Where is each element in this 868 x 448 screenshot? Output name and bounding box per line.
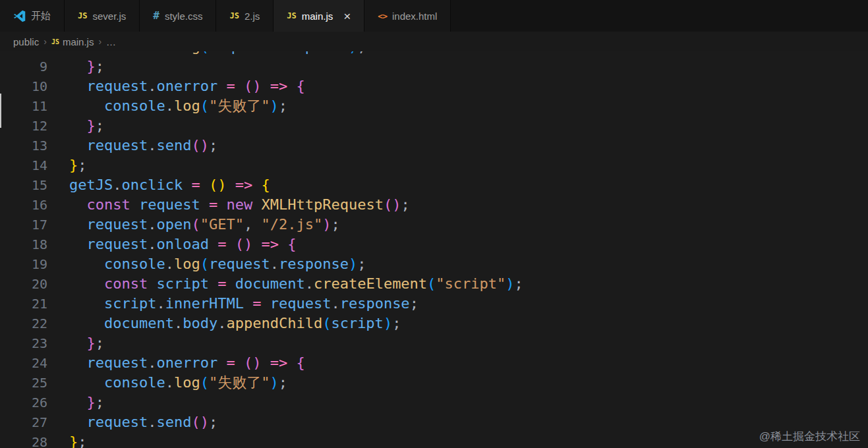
tab-2.js[interactable]: JS2.js [216,0,274,32]
code-token: send [156,414,191,430]
code-token [69,394,87,410]
tab-index.html[interactable]: <>index.html [364,0,451,32]
code-token: ) [252,78,261,94]
code-token: ) [322,216,331,233]
tab-bar: 开始JSsever.js#style.cssJS2.jsJSmain.js×<>… [0,0,868,32]
code-token: => [270,78,288,94]
close-tab-icon[interactable]: × [343,10,351,22]
code-line[interactable]: 18 request.onload = () => { [0,235,868,254]
html-icon: <> [378,12,387,20]
code-line[interactable]: 17 request.open("GET", "/2.js"); [0,215,868,235]
code-token: ; [357,256,366,272]
line-number[interactable]: 12 [0,116,47,136]
code-token: ; [209,137,217,154]
code-token: = [226,354,235,371]
code-token: response [340,295,410,312]
code-token: . [148,137,156,154]
line-number[interactable]: 28 [0,432,47,448]
code-line[interactable]: 25 console.log("失败了"); [0,373,868,393]
code-token: . [165,51,174,55]
code-text: }; [69,393,104,412]
line-number[interactable]: 24 [0,353,47,373]
code-token [69,256,104,272]
code-line[interactable]: 9 }; [0,57,868,76]
line-number[interactable]: 9 [0,57,47,76]
code-token: ) [349,51,357,55]
code-line[interactable]: 15getJS.onclick = () => { [0,175,868,195]
code-line[interactable]: 23 }; [0,333,868,353]
code-token [226,275,235,292]
line-number[interactable]: 11 [0,96,47,116]
tab-main.js[interactable]: JSmain.js× [274,0,364,32]
line-number[interactable]: 14 [0,155,47,175]
line-number[interactable]: 19 [0,254,47,274]
code-token: } [87,394,96,410]
code-token [69,335,87,351]
code-token: appendChild [226,315,322,331]
line-number[interactable]: 20 [0,274,47,294]
code-token: log [174,98,200,114]
code-token [252,216,261,233]
code-line[interactable]: 13 request.send(); [0,136,868,155]
code-line[interactable]: 22 document.body.appendChild(script); [0,314,868,333]
tab-style.css[interactable]: #style.css [140,0,216,32]
line-number[interactable]: 27 [0,412,47,432]
code-token [261,295,270,312]
tab-label: style.css [165,11,203,22]
code-line[interactable]: 12 }; [0,116,868,136]
code-token [261,78,270,94]
code-token: new [226,196,252,213]
line-number[interactable]: 21 [0,294,47,314]
code-token: request [87,354,148,371]
code-line[interactable]: 20 const script = document.createElement… [0,274,868,294]
code-line[interactable]: 10 request.onerror = () => { [0,76,868,96]
code-line[interactable]: 28}; [0,432,868,448]
line-number[interactable]: 8 [0,51,47,57]
breadcrumb-label: public [13,36,39,47]
line-number[interactable]: 23 [0,333,47,353]
code-token: XMLHttpRequest [261,196,383,213]
tab-开始[interactable]: 开始 [0,0,65,32]
code-token: console [104,51,165,55]
code-line[interactable]: 27 request.send(); [0,412,868,432]
code-token: } [87,117,96,134]
code-line[interactable]: 14}; [0,155,868,175]
code-token: document [235,275,305,292]
code-token: = [191,177,200,193]
code-line[interactable]: 24 request.onerror = () => { [0,353,868,373]
code-token: ) [392,196,401,213]
line-number[interactable]: 15 [0,175,47,195]
code-token: "GET" [200,216,244,233]
code-token: . [270,51,279,55]
code-token: ) [200,414,209,430]
line-number[interactable]: 16 [0,195,47,215]
code-token [148,275,156,292]
line-number[interactable]: 10 [0,76,47,96]
line-number[interactable]: 22 [0,314,47,333]
line-number[interactable]: 18 [0,235,47,254]
breadcrumb-item-…[interactable]: … [106,36,116,47]
line-number[interactable]: 17 [0,215,47,235]
code-token: request [209,51,270,55]
code-text: const script = document.createElement("s… [69,274,523,294]
code-token: } [69,157,78,173]
code-line[interactable]: 16 const request = new XMLHttpRequest(); [0,195,868,215]
line-number[interactable]: 26 [0,393,47,412]
code-token: . [270,256,279,272]
code-token: { [296,354,304,371]
code-token: ; [78,157,86,173]
line-number[interactable]: 25 [0,373,47,393]
code-token: onload [156,236,208,252]
code-token: send [156,137,191,154]
tab-sever.js[interactable]: JSsever.js [65,0,140,32]
code-token: ; [78,434,86,448]
code-line[interactable]: 8 console.log(request.response); [0,51,868,57]
code-line[interactable]: 11 console.log("失败了"); [0,96,868,116]
code-line[interactable]: 21 script.innerHTML = request.response; [0,294,868,314]
breadcrumb-item-main.js[interactable]: JSmain.js [51,36,94,47]
code-line[interactable]: 19 console.log(request.response); [0,254,868,274]
breadcrumb-item-public[interactable]: public [13,36,39,47]
line-number[interactable]: 13 [0,136,47,155]
code-token [69,275,104,292]
code-line[interactable]: 26 }; [0,393,868,412]
